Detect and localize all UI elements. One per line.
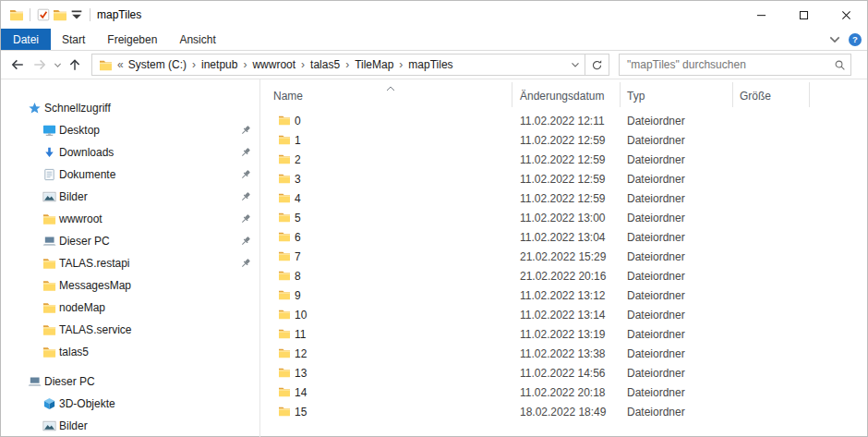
address-bar[interactable]: «System (C:)›inetpub›wwwroot›talas5›Tile…	[91, 54, 609, 76]
column-divider[interactable]	[512, 82, 512, 107]
sidebar-section-dieser-pc[interactable]: Dieser PC	[1, 370, 259, 393]
expand-ribbon-icon[interactable]	[827, 32, 842, 47]
breadcrumb-overflow[interactable]: «	[116, 58, 127, 71]
breadcrumb-separator-icon[interactable]: ›	[239, 58, 250, 71]
file-row[interactable]: 1211.02.2022 13:38Dateiordner	[260, 344, 867, 363]
tab-freigeben[interactable]: Freigeben	[96, 29, 168, 50]
new-folder-icon[interactable]	[52, 6, 68, 23]
sidebar-item-talas5[interactable]: talas5	[1, 341, 259, 363]
folder-icon	[278, 191, 291, 204]
computer-icon	[27, 374, 42, 389]
breadcrumb-separator-icon[interactable]: ›	[188, 58, 199, 71]
pin-icon[interactable]	[240, 258, 251, 269]
tab-datei[interactable]: Datei	[1, 29, 51, 50]
tab-start[interactable]: Start	[51, 29, 96, 50]
close-button[interactable]	[825, 1, 867, 29]
address-dropdown-button[interactable]	[566, 55, 585, 75]
pin-icon[interactable]	[240, 191, 251, 202]
search-icon[interactable]	[828, 55, 850, 75]
file-row[interactable]: 311.02.2022 12:59Dateiordner	[260, 169, 867, 188]
file-row[interactable]: 1111.02.2022 13:19Dateiordner	[260, 324, 867, 344]
file-row[interactable]: 721.02.2022 15:29Dateiordner	[260, 247, 867, 266]
sidebar-item-dokumente[interactable]: Dokumente	[1, 164, 259, 186]
file-row[interactable]: 611.02.2022 13:04Dateiordner	[260, 227, 867, 247]
file-row[interactable]: 111.02.2022 12:59Dateiordner	[260, 130, 867, 150]
file-row[interactable]: 1311.02.2022 14:56Dateiordner	[260, 363, 867, 382]
file-row[interactable]: 821.02.2022 20:16Dateiordner	[260, 266, 867, 285]
sidebar-item-talas-restapi[interactable]: TALAS.restapi	[1, 252, 259, 274]
breadcrumb-separator-icon[interactable]: ›	[342, 58, 353, 71]
pin-icon[interactable]	[240, 147, 251, 158]
file-name: 14	[295, 386, 307, 399]
sidebar-item-label: Bilder	[59, 419, 88, 432]
sidebar-item-wwwroot[interactable]: wwwroot	[1, 208, 259, 230]
sidebar-item-label: MessagesMap	[59, 279, 131, 292]
file-modified-date: 11.02.2022 13:38	[520, 347, 606, 360]
up-button[interactable]	[64, 54, 86, 76]
breadcrumb-segment-system-c[interactable]: System (C:)	[127, 58, 188, 71]
file-row[interactable]: 511.02.2022 13:00Dateiordner	[260, 208, 867, 227]
file-row[interactable]: 1518.02.2022 18:49Dateiordner	[260, 402, 867, 421]
properties-icon[interactable]	[35, 6, 52, 23]
search-placeholder: "mapTiles" durchsuchen	[620, 58, 828, 71]
forward-arrow-icon	[32, 57, 47, 72]
column-divider[interactable]	[732, 82, 733, 107]
help-icon[interactable]: ?	[848, 32, 862, 47]
pin-icon[interactable]	[240, 236, 251, 247]
titlebar: mapTiles	[1, 1, 867, 29]
file-row[interactable]: 1411.02.2022 20:18Dateiordner	[260, 382, 867, 402]
file-modified-date: 21.02.2022 20:16	[520, 270, 606, 283]
star-icon	[27, 101, 42, 115]
maximize-button[interactable]	[782, 1, 825, 29]
sidebar-item-bilder[interactable]: Bilder	[1, 415, 259, 437]
file-type: Dateiordner	[627, 134, 685, 147]
breadcrumb-segment-talas5[interactable]: talas5	[308, 58, 342, 71]
sidebar-item-label: TALAS.service	[59, 323, 131, 336]
back-button[interactable]	[6, 54, 29, 76]
column-divider[interactable]	[809, 82, 810, 107]
breadcrumb-segment-maptiles[interactable]: mapTiles	[406, 58, 454, 71]
column-header-name[interactable]: Name	[273, 90, 303, 103]
column-header-gr-e[interactable]: Größe	[740, 90, 771, 103]
column-header-nderungsdatum[interactable]: Änderungsdatum	[520, 90, 604, 103]
breadcrumb-separator-icon[interactable]: ›	[395, 58, 406, 71]
pin-icon[interactable]	[240, 125, 251, 136]
sidebar-item-talas-service[interactable]: TALAS.service	[1, 319, 259, 341]
minimize-button[interactable]	[740, 1, 782, 29]
sidebar-item-bilder[interactable]: Bilder	[1, 186, 259, 208]
column-divider[interactable]	[620, 82, 621, 107]
file-row[interactable]: 411.02.2022 12:59Dateiordner	[260, 188, 867, 208]
breadcrumb-segment-wwwroot[interactable]: wwwroot	[250, 58, 297, 71]
tab-ansicht[interactable]: Ansicht	[168, 29, 226, 50]
forward-button[interactable]	[29, 54, 51, 76]
qat-dropdown-icon[interactable]	[68, 6, 85, 23]
file-row[interactable]: 211.02.2022 12:59Dateiordner	[260, 150, 867, 169]
file-row[interactable]: 1011.02.2022 13:14Dateiordner	[260, 305, 867, 324]
breadcrumb-segment-tilemap[interactable]: TileMap	[353, 58, 395, 71]
ribbon-right: ?	[827, 29, 867, 50]
pin-icon[interactable]	[240, 213, 251, 225]
breadcrumb-segment-inetpub[interactable]: inetpub	[199, 58, 239, 71]
sidebar-item-3d-objekte[interactable]: 3D-Objekte	[1, 393, 259, 415]
file-type: Dateiordner	[627, 173, 685, 186]
file-row[interactable]: 011.02.2022 12:11Dateiordner	[260, 111, 867, 130]
sidebar-item-dieser-pc[interactable]: Dieser PC	[1, 230, 259, 252]
pin-icon[interactable]	[240, 169, 251, 180]
column-header-typ[interactable]: Typ	[627, 90, 645, 103]
folder-icon	[278, 405, 291, 418]
breadcrumb-separator-icon[interactable]: ›	[297, 58, 308, 71]
sidebar-item-desktop[interactable]: Desktop	[1, 119, 259, 141]
divider	[30, 8, 30, 21]
refresh-button[interactable]	[585, 55, 609, 75]
sidebar-section-schnellzugriff[interactable]: Schnellzugriff	[1, 97, 259, 119]
search-input[interactable]: "mapTiles" durchsuchen	[619, 54, 851, 76]
file-type: Dateiordner	[627, 328, 685, 341]
file-row[interactable]: 911.02.2022 13:12Dateiordner	[260, 285, 867, 305]
recent-locations-button[interactable]	[51, 54, 64, 76]
sidebar-item-nodemap[interactable]: nodeMap	[1, 297, 259, 319]
file-name: 12	[295, 347, 307, 360]
file-name: 15	[295, 406, 307, 419]
explorer-window: mapTiles DateiStartFreigebenAnsicht ? «S…	[0, 0, 868, 437]
sidebar-item-messagesmap[interactable]: MessagesMap	[1, 274, 259, 297]
sidebar-item-downloads[interactable]: Downloads	[1, 141, 259, 164]
